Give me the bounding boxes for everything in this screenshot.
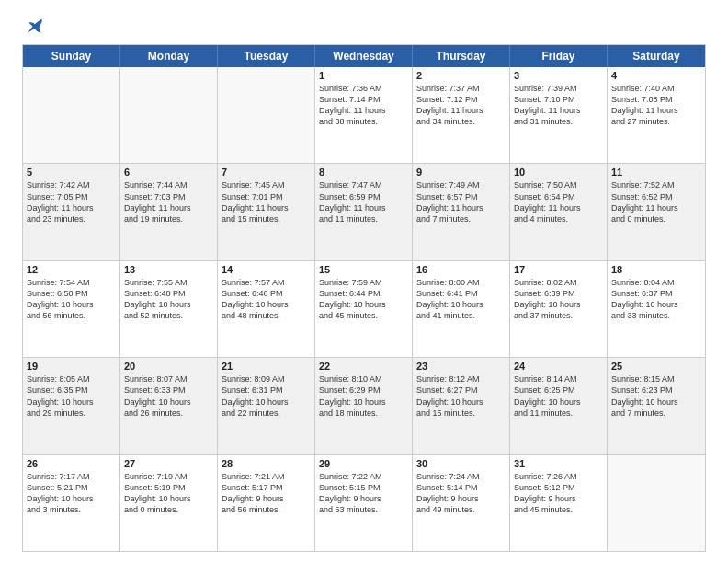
- cal-cell: 4Sunrise: 7:40 AMSunset: 7:08 PMDaylight…: [608, 67, 705, 163]
- day-number: 16: [416, 264, 506, 275]
- day-number: 8: [319, 167, 408, 178]
- cal-cell: 26Sunrise: 7:17 AMSunset: 5:21 PMDayligh…: [23, 455, 120, 551]
- day-number: 22: [319, 361, 408, 372]
- cell-info: Sunrise: 7:45 AMSunset: 7:01 PMDaylight:…: [222, 179, 311, 224]
- day-number: 13: [124, 264, 213, 275]
- cell-info: Sunrise: 7:19 AMSunset: 5:19 PMDaylight:…: [124, 471, 213, 516]
- cal-cell: [608, 455, 705, 551]
- week-2: 5Sunrise: 7:42 AMSunset: 7:05 PMDaylight…: [23, 163, 705, 259]
- cal-cell: 23Sunrise: 8:12 AMSunset: 6:27 PMDayligh…: [413, 358, 510, 454]
- cal-cell: 25Sunrise: 8:15 AMSunset: 6:23 PMDayligh…: [608, 358, 705, 454]
- cell-info: Sunrise: 8:07 AMSunset: 6:33 PMDaylight:…: [124, 373, 213, 419]
- header-tuesday: Tuesday: [218, 45, 315, 67]
- cell-info: Sunrise: 7:24 AMSunset: 5:14 PMDaylight:…: [416, 471, 506, 516]
- day-number: 4: [611, 70, 701, 81]
- calendar-body: 1Sunrise: 7:36 AMSunset: 7:14 PMDaylight…: [23, 67, 705, 551]
- day-number: 12: [27, 264, 116, 275]
- cell-info: Sunrise: 7:52 AMSunset: 6:52 PMDaylight:…: [611, 179, 701, 224]
- cal-cell: 9Sunrise: 7:49 AMSunset: 6:57 PMDaylight…: [413, 164, 510, 259]
- day-number: 29: [319, 458, 408, 469]
- cell-info: Sunrise: 7:40 AMSunset: 7:08 PMDaylight:…: [611, 83, 701, 128]
- cal-cell: 18Sunrise: 8:04 AMSunset: 6:37 PMDayligh…: [608, 261, 705, 357]
- cell-info: Sunrise: 7:17 AMSunset: 5:21 PMDaylight:…: [27, 471, 116, 516]
- cell-info: Sunrise: 7:22 AMSunset: 5:15 PMDaylight:…: [319, 471, 408, 516]
- cell-info: Sunrise: 7:55 AMSunset: 6:48 PMDaylight:…: [124, 277, 213, 322]
- header-monday: Monday: [120, 45, 218, 67]
- day-number: 5: [27, 167, 116, 178]
- cal-cell: [218, 67, 315, 163]
- cal-cell: 2Sunrise: 7:37 AMSunset: 7:12 PMDaylight…: [413, 67, 510, 163]
- cal-cell: 30Sunrise: 7:24 AMSunset: 5:14 PMDayligh…: [413, 455, 510, 551]
- cal-cell: 1Sunrise: 7:36 AMSunset: 7:14 PMDaylight…: [315, 67, 413, 163]
- day-number: 25: [611, 361, 701, 372]
- week-5: 26Sunrise: 7:17 AMSunset: 5:21 PMDayligh…: [23, 454, 705, 551]
- cal-cell: 22Sunrise: 8:10 AMSunset: 6:29 PMDayligh…: [315, 358, 413, 454]
- cell-info: Sunrise: 8:14 AMSunset: 6:25 PMDaylight:…: [514, 373, 603, 419]
- cell-info: Sunrise: 7:37 AMSunset: 7:12 PMDaylight:…: [416, 83, 506, 128]
- cell-info: Sunrise: 7:57 AMSunset: 6:46 PMDaylight:…: [222, 277, 311, 322]
- cal-cell: 17Sunrise: 8:02 AMSunset: 6:39 PMDayligh…: [510, 261, 608, 357]
- day-number: 26: [27, 458, 116, 469]
- cell-info: Sunrise: 8:10 AMSunset: 6:29 PMDaylight:…: [319, 373, 408, 419]
- day-number: 15: [319, 264, 408, 275]
- day-number: 14: [222, 264, 311, 275]
- day-number: 10: [514, 167, 603, 178]
- cell-info: Sunrise: 8:09 AMSunset: 6:31 PMDaylight:…: [222, 373, 311, 419]
- day-number: 17: [514, 264, 603, 275]
- cell-info: Sunrise: 7:21 AMSunset: 5:17 PMDaylight:…: [222, 471, 311, 516]
- cal-cell: 27Sunrise: 7:19 AMSunset: 5:19 PMDayligh…: [120, 455, 218, 551]
- day-number: 27: [124, 458, 213, 469]
- cal-cell: [23, 67, 120, 163]
- header-sunday: Sunday: [23, 45, 120, 67]
- day-number: 21: [222, 361, 311, 372]
- header-thursday: Thursday: [413, 45, 510, 67]
- day-number: 11: [611, 167, 701, 178]
- cal-cell: 11Sunrise: 7:52 AMSunset: 6:52 PMDayligh…: [608, 164, 705, 259]
- calendar-header: SundayMondayTuesdayWednesdayThursdayFrid…: [23, 45, 705, 67]
- cell-info: Sunrise: 7:50 AMSunset: 6:54 PMDaylight:…: [514, 179, 603, 224]
- week-1: 1Sunrise: 7:36 AMSunset: 7:14 PMDaylight…: [23, 67, 705, 163]
- cal-cell: 16Sunrise: 8:00 AMSunset: 6:41 PMDayligh…: [413, 261, 510, 357]
- page: SundayMondayTuesdayWednesdayThursdayFrid…: [0, 0, 728, 563]
- day-number: 19: [27, 361, 116, 372]
- logo-bird-icon: [26, 17, 44, 35]
- day-number: 23: [416, 361, 506, 372]
- cell-info: Sunrise: 8:12 AMSunset: 6:27 PMDaylight:…: [416, 373, 506, 419]
- cell-info: Sunrise: 7:44 AMSunset: 7:03 PMDaylight:…: [124, 179, 213, 224]
- day-number: 28: [222, 458, 311, 469]
- cal-cell: 14Sunrise: 7:57 AMSunset: 6:46 PMDayligh…: [218, 261, 315, 357]
- cal-cell: 29Sunrise: 7:22 AMSunset: 5:15 PMDayligh…: [315, 455, 413, 551]
- cell-info: Sunrise: 7:39 AMSunset: 7:10 PMDaylight:…: [514, 83, 603, 128]
- cal-cell: 5Sunrise: 7:42 AMSunset: 7:05 PMDaylight…: [23, 164, 120, 259]
- cell-info: Sunrise: 7:36 AMSunset: 7:14 PMDaylight:…: [319, 83, 408, 128]
- cal-cell: 24Sunrise: 8:14 AMSunset: 6:25 PMDayligh…: [510, 358, 608, 454]
- day-number: 3: [514, 70, 603, 81]
- cell-info: Sunrise: 7:54 AMSunset: 6:50 PMDaylight:…: [27, 277, 116, 322]
- day-number: 18: [611, 264, 701, 275]
- header-saturday: Saturday: [608, 45, 705, 67]
- week-4: 19Sunrise: 8:05 AMSunset: 6:35 PMDayligh…: [23, 357, 705, 454]
- cal-cell: 15Sunrise: 7:59 AMSunset: 6:44 PMDayligh…: [315, 261, 413, 357]
- cal-cell: 10Sunrise: 7:50 AMSunset: 6:54 PMDayligh…: [510, 164, 608, 259]
- day-number: 2: [416, 70, 506, 81]
- week-3: 12Sunrise: 7:54 AMSunset: 6:50 PMDayligh…: [23, 260, 705, 357]
- day-number: 7: [222, 167, 311, 178]
- day-number: 1: [319, 70, 408, 81]
- cell-info: Sunrise: 8:00 AMSunset: 6:41 PMDaylight:…: [416, 277, 506, 322]
- cal-cell: 31Sunrise: 7:26 AMSunset: 5:12 PMDayligh…: [510, 455, 608, 551]
- cal-cell: 20Sunrise: 8:07 AMSunset: 6:33 PMDayligh…: [120, 358, 218, 454]
- cal-cell: 19Sunrise: 8:05 AMSunset: 6:35 PMDayligh…: [23, 358, 120, 454]
- cal-cell: 7Sunrise: 7:45 AMSunset: 7:01 PMDaylight…: [218, 164, 315, 259]
- header-wednesday: Wednesday: [315, 45, 413, 67]
- cal-cell: 12Sunrise: 7:54 AMSunset: 6:50 PMDayligh…: [23, 261, 120, 357]
- cell-info: Sunrise: 8:04 AMSunset: 6:37 PMDaylight:…: [611, 277, 701, 322]
- header: [22, 17, 706, 35]
- cell-info: Sunrise: 8:05 AMSunset: 6:35 PMDaylight:…: [27, 373, 116, 419]
- cell-info: Sunrise: 8:15 AMSunset: 6:23 PMDaylight:…: [611, 373, 701, 419]
- day-number: 30: [416, 458, 506, 469]
- cal-cell: 13Sunrise: 7:55 AMSunset: 6:48 PMDayligh…: [120, 261, 218, 357]
- calendar: SundayMondayTuesdayWednesdayThursdayFrid…: [22, 44, 706, 552]
- header-friday: Friday: [510, 45, 608, 67]
- cell-info: Sunrise: 7:42 AMSunset: 7:05 PMDaylight:…: [27, 179, 116, 224]
- cell-info: Sunrise: 7:59 AMSunset: 6:44 PMDaylight:…: [319, 277, 408, 322]
